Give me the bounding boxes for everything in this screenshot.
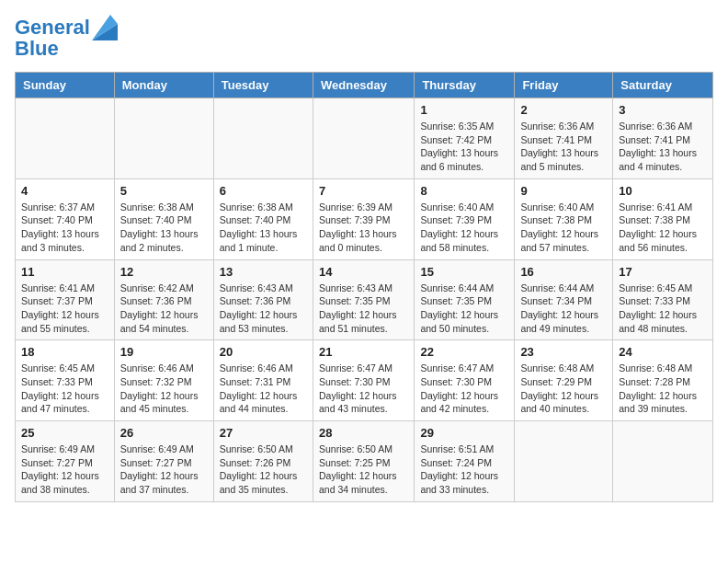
day-cell: 10Sunrise: 6:41 AMSunset: 7:38 PMDayligh…	[613, 178, 713, 259]
day-cell: 7Sunrise: 6:39 AMSunset: 7:39 PMDaylight…	[313, 178, 414, 259]
day-cell	[613, 421, 713, 502]
day-number: 18	[21, 345, 108, 359]
day-info: Sunrise: 6:44 AMSunset: 7:34 PMDaylight:…	[520, 282, 607, 336]
header-day-thursday: Thursday	[415, 73, 515, 98]
day-info: Sunrise: 6:49 AMSunset: 7:27 PMDaylight:…	[21, 442, 108, 497]
day-info: Sunrise: 6:48 AMSunset: 7:29 PMDaylight:…	[520, 362, 607, 416]
day-number: 14	[319, 265, 408, 279]
day-cell	[213, 98, 313, 179]
day-info: Sunrise: 6:46 AMSunset: 7:32 PMDaylight:…	[120, 362, 208, 416]
day-cell: 19Sunrise: 6:46 AMSunset: 7:32 PMDayligh…	[114, 340, 213, 421]
day-info: Sunrise: 6:37 AMSunset: 7:40 PMDaylight:…	[21, 201, 108, 255]
day-info: Sunrise: 6:35 AMSunset: 7:42 PMDaylight:…	[420, 120, 508, 174]
day-cell	[313, 98, 414, 179]
week-row-2: 4Sunrise: 6:37 AMSunset: 7:40 PMDaylight…	[16, 178, 713, 259]
day-info: Sunrise: 6:41 AMSunset: 7:37 PMDaylight:…	[21, 282, 108, 336]
day-number: 13	[220, 265, 307, 279]
day-number: 20	[220, 345, 307, 359]
day-cell: 1Sunrise: 6:35 AMSunset: 7:42 PMDaylight…	[415, 98, 515, 179]
day-cell: 24Sunrise: 6:48 AMSunset: 7:28 PMDayligh…	[613, 340, 713, 421]
day-info: Sunrise: 6:36 AMSunset: 7:41 PMDaylight:…	[520, 120, 607, 174]
day-info: Sunrise: 6:46 AMSunset: 7:31 PMDaylight:…	[220, 362, 307, 416]
header-day-monday: Monday	[114, 73, 213, 98]
day-cell: 26Sunrise: 6:49 AMSunset: 7:27 PMDayligh…	[114, 421, 213, 502]
day-number: 15	[420, 265, 508, 279]
day-number: 11	[21, 265, 108, 279]
day-info: Sunrise: 6:47 AMSunset: 7:30 PMDaylight:…	[319, 362, 408, 416]
day-info: Sunrise: 6:38 AMSunset: 7:40 PMDaylight:…	[120, 201, 208, 255]
day-number: 8	[420, 184, 508, 198]
week-row-3: 11Sunrise: 6:41 AMSunset: 7:37 PMDayligh…	[16, 259, 713, 340]
day-info: Sunrise: 6:42 AMSunset: 7:36 PMDaylight:…	[120, 282, 208, 336]
day-info: Sunrise: 6:51 AMSunset: 7:24 PMDaylight:…	[420, 442, 508, 497]
header-day-sunday: Sunday	[16, 73, 115, 98]
day-number: 2	[520, 103, 607, 117]
day-info: Sunrise: 6:39 AMSunset: 7:39 PMDaylight:…	[319, 201, 408, 255]
header-day-tuesday: Tuesday	[213, 73, 313, 98]
day-cell: 15Sunrise: 6:44 AMSunset: 7:35 PMDayligh…	[415, 259, 515, 340]
day-cell: 6Sunrise: 6:38 AMSunset: 7:40 PMDaylight…	[213, 178, 313, 259]
calendar-table: SundayMondayTuesdayWednesdayThursdayFrid…	[15, 72, 713, 502]
day-cell: 28Sunrise: 6:50 AMSunset: 7:25 PMDayligh…	[313, 421, 414, 502]
day-info: Sunrise: 6:50 AMSunset: 7:26 PMDaylight:…	[220, 442, 307, 497]
day-number: 19	[120, 345, 208, 359]
day-cell: 22Sunrise: 6:47 AMSunset: 7:30 PMDayligh…	[415, 340, 515, 421]
week-row-1: 1Sunrise: 6:35 AMSunset: 7:42 PMDaylight…	[16, 98, 713, 179]
day-number: 1	[420, 103, 508, 117]
logo: General Blue	[15, 15, 118, 61]
day-number: 5	[120, 184, 208, 198]
page-header: General Blue	[15, 15, 713, 61]
day-info: Sunrise: 6:36 AMSunset: 7:41 PMDaylight:…	[619, 120, 707, 174]
day-cell: 25Sunrise: 6:49 AMSunset: 7:27 PMDayligh…	[16, 421, 115, 502]
week-row-5: 25Sunrise: 6:49 AMSunset: 7:27 PMDayligh…	[16, 421, 713, 502]
day-info: Sunrise: 6:38 AMSunset: 7:40 PMDaylight:…	[220, 201, 307, 255]
day-number: 4	[21, 184, 108, 198]
day-cell: 16Sunrise: 6:44 AMSunset: 7:34 PMDayligh…	[515, 259, 613, 340]
logo-icon	[92, 15, 118, 40]
day-cell: 14Sunrise: 6:43 AMSunset: 7:35 PMDayligh…	[313, 259, 414, 340]
day-cell: 18Sunrise: 6:45 AMSunset: 7:33 PMDayligh…	[16, 340, 115, 421]
day-cell: 23Sunrise: 6:48 AMSunset: 7:29 PMDayligh…	[515, 340, 613, 421]
day-number: 10	[619, 184, 707, 198]
header-day-saturday: Saturday	[613, 73, 713, 98]
day-cell	[515, 421, 613, 502]
day-number: 27	[220, 426, 307, 440]
day-number: 22	[420, 345, 508, 359]
day-number: 28	[319, 426, 408, 440]
day-cell: 13Sunrise: 6:43 AMSunset: 7:36 PMDayligh…	[213, 259, 313, 340]
day-number: 29	[420, 426, 508, 440]
day-cell: 9Sunrise: 6:40 AMSunset: 7:38 PMDaylight…	[515, 178, 613, 259]
day-number: 21	[319, 345, 408, 359]
day-info: Sunrise: 6:40 AMSunset: 7:38 PMDaylight:…	[520, 201, 607, 255]
day-number: 26	[120, 426, 208, 440]
day-number: 24	[619, 345, 707, 359]
day-info: Sunrise: 6:49 AMSunset: 7:27 PMDaylight:…	[120, 442, 208, 497]
week-row-4: 18Sunrise: 6:45 AMSunset: 7:33 PMDayligh…	[16, 340, 713, 421]
day-cell: 11Sunrise: 6:41 AMSunset: 7:37 PMDayligh…	[16, 259, 115, 340]
day-info: Sunrise: 6:43 AMSunset: 7:35 PMDaylight:…	[319, 282, 408, 336]
day-number: 3	[619, 103, 707, 117]
day-number: 12	[120, 265, 208, 279]
day-info: Sunrise: 6:44 AMSunset: 7:35 PMDaylight:…	[420, 282, 508, 336]
day-cell	[114, 98, 213, 179]
day-cell: 12Sunrise: 6:42 AMSunset: 7:36 PMDayligh…	[114, 259, 213, 340]
day-cell: 21Sunrise: 6:47 AMSunset: 7:30 PMDayligh…	[313, 340, 414, 421]
day-number: 17	[619, 265, 707, 279]
day-cell: 17Sunrise: 6:45 AMSunset: 7:33 PMDayligh…	[613, 259, 713, 340]
day-number: 25	[21, 426, 108, 440]
header-day-friday: Friday	[515, 73, 613, 98]
day-info: Sunrise: 6:40 AMSunset: 7:39 PMDaylight:…	[420, 201, 508, 255]
day-cell: 3Sunrise: 6:36 AMSunset: 7:41 PMDaylight…	[613, 98, 713, 179]
logo-text: General	[15, 17, 90, 39]
day-info: Sunrise: 6:45 AMSunset: 7:33 PMDaylight:…	[619, 282, 707, 336]
day-info: Sunrise: 6:47 AMSunset: 7:30 PMDaylight:…	[420, 362, 508, 416]
day-info: Sunrise: 6:50 AMSunset: 7:25 PMDaylight:…	[319, 442, 408, 497]
day-info: Sunrise: 6:45 AMSunset: 7:33 PMDaylight:…	[21, 362, 108, 416]
day-cell: 29Sunrise: 6:51 AMSunset: 7:24 PMDayligh…	[415, 421, 515, 502]
day-number: 6	[220, 184, 307, 198]
day-cell: 4Sunrise: 6:37 AMSunset: 7:40 PMDaylight…	[16, 178, 115, 259]
day-info: Sunrise: 6:43 AMSunset: 7:36 PMDaylight:…	[220, 282, 307, 336]
day-info: Sunrise: 6:41 AMSunset: 7:38 PMDaylight:…	[619, 201, 707, 255]
header-row: SundayMondayTuesdayWednesdayThursdayFrid…	[16, 73, 713, 98]
header-day-wednesday: Wednesday	[313, 73, 414, 98]
